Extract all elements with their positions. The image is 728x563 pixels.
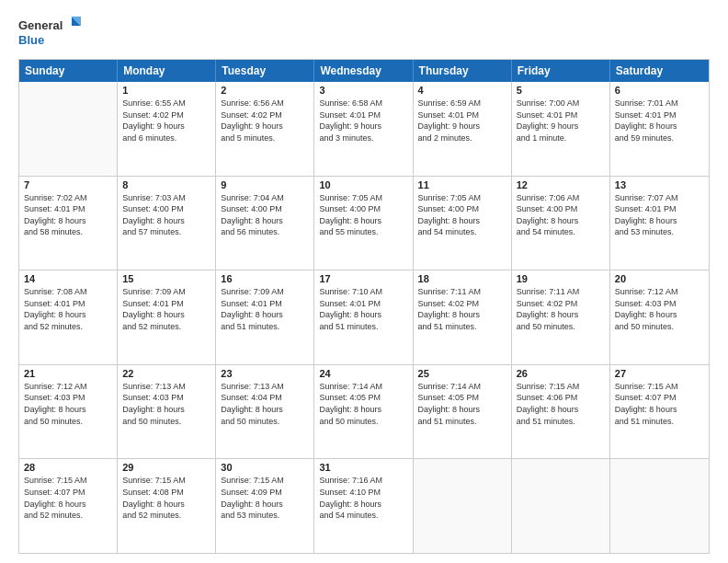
day-info: Sunrise: 7:08 AM Sunset: 4:01 PM Dayligh… [24,286,112,332]
day-number: 24 [319,368,407,379]
day-info: Sunrise: 7:14 AM Sunset: 4:05 PM Dayligh… [319,381,407,427]
day-number: 25 [418,368,506,379]
calendar-cell: 18Sunrise: 7:11 AM Sunset: 4:02 PM Dayli… [414,270,512,364]
calendar-cell: 5Sunrise: 7:00 AM Sunset: 4:01 PM Daylig… [512,82,610,176]
day-info: Sunrise: 6:55 AM Sunset: 4:02 PM Dayligh… [122,98,210,144]
calendar-cell [512,459,610,553]
day-info: Sunrise: 7:07 AM Sunset: 4:01 PM Dayligh… [615,192,704,238]
day-number: 5 [517,85,605,96]
day-number: 22 [122,368,210,379]
day-number: 28 [24,462,112,473]
day-info: Sunrise: 7:11 AM Sunset: 4:02 PM Dayligh… [418,286,506,332]
day-info: Sunrise: 7:13 AM Sunset: 4:03 PM Dayligh… [122,381,210,427]
day-info: Sunrise: 7:09 AM Sunset: 4:01 PM Dayligh… [221,286,309,332]
calendar-cell: 21Sunrise: 7:12 AM Sunset: 4:03 PM Dayli… [19,365,118,459]
day-number: 31 [319,462,407,473]
calendar-cell [414,459,512,553]
header-day-monday: Monday [118,60,216,82]
day-info: Sunrise: 7:01 AM Sunset: 4:01 PM Dayligh… [615,98,704,144]
calendar-row-4: 28Sunrise: 7:15 AM Sunset: 4:07 PM Dayli… [19,458,709,553]
day-number: 27 [615,368,704,379]
day-number: 23 [221,368,309,379]
page: General Blue SundayMondayTuesdayWednesda… [0,0,728,563]
header-day-thursday: Thursday [414,60,512,82]
calendar-cell: 19Sunrise: 7:11 AM Sunset: 4:02 PM Dayli… [512,270,610,364]
day-info: Sunrise: 7:05 AM Sunset: 4:00 PM Dayligh… [319,192,407,238]
header-day-friday: Friday [512,60,610,82]
day-info: Sunrise: 7:04 AM Sunset: 4:00 PM Dayligh… [221,192,309,238]
calendar-row-0: 1Sunrise: 6:55 AM Sunset: 4:02 PM Daylig… [19,82,709,176]
day-number: 1 [122,85,210,96]
calendar-cell: 7Sunrise: 7:02 AM Sunset: 4:01 PM Daylig… [19,177,118,270]
calendar: SundayMondayTuesdayWednesdayThursdayFrid… [18,59,710,554]
calendar-cell: 25Sunrise: 7:14 AM Sunset: 4:05 PM Dayli… [414,365,512,459]
header-day-tuesday: Tuesday [216,60,314,82]
calendar-cell: 27Sunrise: 7:15 AM Sunset: 4:07 PM Dayli… [610,365,709,459]
calendar-cell: 28Sunrise: 7:15 AM Sunset: 4:07 PM Dayli… [19,459,118,553]
day-info: Sunrise: 7:15 AM Sunset: 4:09 PM Dayligh… [221,475,309,521]
calendar-cell: 17Sunrise: 7:10 AM Sunset: 4:01 PM Dayli… [314,270,413,364]
calendar-cell [19,82,118,176]
day-info: Sunrise: 6:56 AM Sunset: 4:02 PM Dayligh… [221,98,309,144]
logo-svg: General Blue [18,15,83,52]
day-number: 21 [24,368,112,379]
calendar-cell: 13Sunrise: 7:07 AM Sunset: 4:01 PM Dayli… [610,177,709,270]
day-info: Sunrise: 6:59 AM Sunset: 4:01 PM Dayligh… [418,98,506,144]
calendar-cell: 12Sunrise: 7:06 AM Sunset: 4:00 PM Dayli… [512,177,610,270]
calendar-cell: 29Sunrise: 7:15 AM Sunset: 4:08 PM Dayli… [118,459,216,553]
calendar-cell: 11Sunrise: 7:05 AM Sunset: 4:00 PM Dayli… [414,177,512,270]
day-number: 3 [319,85,407,96]
day-number: 17 [319,273,407,284]
day-info: Sunrise: 7:15 AM Sunset: 4:08 PM Dayligh… [122,475,210,521]
calendar-cell: 8Sunrise: 7:03 AM Sunset: 4:00 PM Daylig… [118,177,216,270]
header-day-sunday: Sunday [19,60,118,82]
day-info: Sunrise: 7:12 AM Sunset: 4:03 PM Dayligh… [615,286,704,332]
day-number: 12 [517,179,605,190]
day-info: Sunrise: 7:11 AM Sunset: 4:02 PM Dayligh… [517,286,605,332]
calendar-cell: 6Sunrise: 7:01 AM Sunset: 4:01 PM Daylig… [610,82,709,176]
calendar-cell: 30Sunrise: 7:15 AM Sunset: 4:09 PM Dayli… [216,459,314,553]
header-day-saturday: Saturday [610,60,709,82]
calendar-cell: 3Sunrise: 6:58 AM Sunset: 4:01 PM Daylig… [314,82,413,176]
calendar-cell: 26Sunrise: 7:15 AM Sunset: 4:06 PM Dayli… [512,365,610,459]
day-info: Sunrise: 7:14 AM Sunset: 4:05 PM Dayligh… [418,381,506,427]
calendar-cell: 10Sunrise: 7:05 AM Sunset: 4:00 PM Dayli… [314,177,413,270]
day-number: 11 [418,179,506,190]
day-info: Sunrise: 7:15 AM Sunset: 4:07 PM Dayligh… [24,475,112,521]
calendar-header: SundayMondayTuesdayWednesdayThursdayFrid… [19,60,709,82]
day-number: 18 [418,273,506,284]
day-info: Sunrise: 7:06 AM Sunset: 4:00 PM Dayligh… [517,192,605,238]
calendar-cell: 2Sunrise: 6:56 AM Sunset: 4:02 PM Daylig… [216,82,314,176]
day-info: Sunrise: 7:09 AM Sunset: 4:01 PM Dayligh… [122,286,210,332]
calendar-cell: 31Sunrise: 7:16 AM Sunset: 4:10 PM Dayli… [314,459,413,553]
day-number: 7 [24,179,112,190]
header-day-wednesday: Wednesday [314,60,413,82]
day-number: 30 [221,462,309,473]
calendar-cell: 15Sunrise: 7:09 AM Sunset: 4:01 PM Dayli… [118,270,216,364]
calendar-cell: 1Sunrise: 6:55 AM Sunset: 4:02 PM Daylig… [118,82,216,176]
day-info: Sunrise: 7:13 AM Sunset: 4:04 PM Dayligh… [221,381,309,427]
day-info: Sunrise: 7:15 AM Sunset: 4:06 PM Dayligh… [517,381,605,427]
day-number: 10 [319,179,407,190]
day-info: Sunrise: 7:05 AM Sunset: 4:00 PM Dayligh… [418,192,506,238]
calendar-cell: 9Sunrise: 7:04 AM Sunset: 4:00 PM Daylig… [216,177,314,270]
svg-text:General: General [18,18,63,32]
calendar-cell: 23Sunrise: 7:13 AM Sunset: 4:04 PM Dayli… [216,365,314,459]
day-number: 13 [615,179,704,190]
calendar-cell: 14Sunrise: 7:08 AM Sunset: 4:01 PM Dayli… [19,270,118,364]
logo: General Blue [18,15,83,52]
day-number: 14 [24,273,112,284]
day-info: Sunrise: 7:15 AM Sunset: 4:07 PM Dayligh… [615,381,704,427]
calendar-cell: 22Sunrise: 7:13 AM Sunset: 4:03 PM Dayli… [118,365,216,459]
day-number: 4 [418,85,506,96]
day-number: 6 [615,85,704,96]
day-number: 8 [122,179,210,190]
day-number: 15 [122,273,210,284]
day-info: Sunrise: 7:12 AM Sunset: 4:03 PM Dayligh… [24,381,112,427]
calendar-cell: 16Sunrise: 7:09 AM Sunset: 4:01 PM Dayli… [216,270,314,364]
day-info: Sunrise: 7:10 AM Sunset: 4:01 PM Dayligh… [319,286,407,332]
day-info: Sunrise: 7:02 AM Sunset: 4:01 PM Dayligh… [24,192,112,238]
day-number: 29 [122,462,210,473]
calendar-cell: 4Sunrise: 6:59 AM Sunset: 4:01 PM Daylig… [414,82,512,176]
calendar-cell: 24Sunrise: 7:14 AM Sunset: 4:05 PM Dayli… [314,365,413,459]
